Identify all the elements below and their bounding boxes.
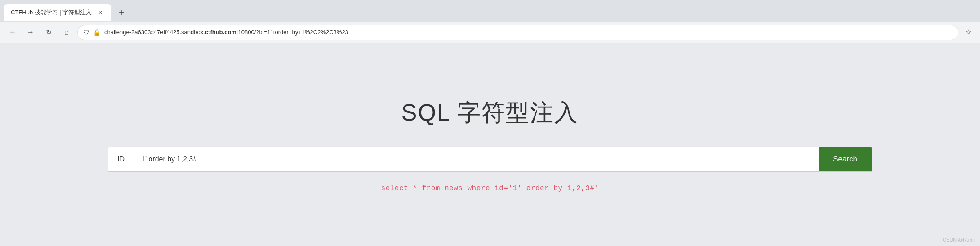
id-label: ID <box>108 147 134 171</box>
forward-button[interactable]: → <box>23 25 38 40</box>
active-tab[interactable]: CTFHub 技能学习 | 字符型注入 × <box>4 4 111 21</box>
search-button[interactable]: Search <box>819 147 872 171</box>
search-form: ID Search <box>108 147 872 172</box>
tab-close-button[interactable]: × <box>96 9 104 17</box>
address-bar[interactable]: 🛡 🔒 challenge-2a6303c47eff4425.sandbox.c… <box>77 25 958 40</box>
home-button[interactable]: ⌂ <box>59 25 74 40</box>
page-title: SQL 字符型注入 <box>401 97 579 129</box>
search-input[interactable] <box>134 155 819 163</box>
navigation-bar: ← → ↻ ⌂ 🛡 🔒 challenge-2a6303c47eff4425.s… <box>0 22 980 43</box>
back-button[interactable]: ← <box>5 25 20 40</box>
page-content: SQL 字符型注入 ID Search select * from news w… <box>0 43 980 246</box>
sql-result-text: select * from news where id='1' order by… <box>381 184 599 192</box>
bookmark-button[interactable]: ☆ <box>962 26 975 39</box>
new-tab-button[interactable]: + <box>115 6 128 19</box>
tab-bar: CTFHub 技能学习 | 字符型注入 × + <box>0 0 980 22</box>
lock-icon: 🔒 <box>93 29 101 36</box>
watermark: CSDN @Rumi <box>943 237 975 242</box>
tab-title: CTFHub 技能学习 | 字符型注入 <box>11 9 93 17</box>
browser-chrome: CTFHub 技能学习 | 字符型注入 × + ← → ↻ ⌂ 🛡 🔒 chal… <box>0 0 980 43</box>
shield-icon: 🛡 <box>83 29 89 36</box>
address-prefix: challenge-2a6303c47eff4425.sandbox. <box>104 29 205 36</box>
address-path: :10800/?id=1'+order+by+1%2C2%2C3%23 <box>236 29 348 36</box>
refresh-button[interactable]: ↻ <box>41 25 56 40</box>
address-text: challenge-2a6303c47eff4425.sandbox.ctfhu… <box>104 29 953 36</box>
address-domain: ctfhub.com <box>205 29 236 36</box>
